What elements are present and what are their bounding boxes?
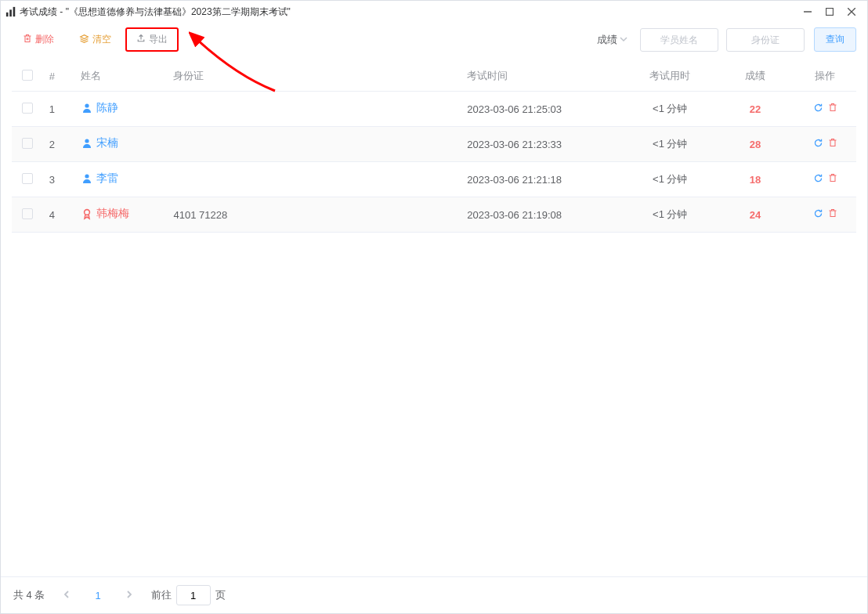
svg-point-9 (85, 174, 89, 178)
col-index: # (43, 61, 74, 92)
award-icon (81, 208, 93, 220)
duration-cell: <1 分钟 (624, 162, 717, 197)
score-cell: 18 (750, 174, 761, 186)
id-cell (167, 92, 461, 127)
col-score: 成绩 (717, 61, 794, 92)
col-duration: 考试用时 (624, 61, 717, 92)
student-name: 宋楠 (96, 136, 118, 150)
total-count: 共 4 条 (13, 588, 45, 602)
svg-rect-4 (826, 9, 834, 16)
row-refresh-button[interactable] (813, 173, 823, 186)
id-cell (167, 127, 461, 162)
time-cell: 2023-03-06 21:21:18 (461, 162, 624, 197)
svg-rect-0 (6, 13, 9, 16)
duration-cell: <1 分钟 (624, 197, 717, 233)
row-delete-button[interactable] (828, 138, 837, 150)
score-cell: 24 (750, 209, 761, 221)
clear-button[interactable]: 清空 (68, 27, 122, 52)
export-icon (136, 34, 146, 45)
toolbar: 删除 清空 导出 成绩 查询 (1, 23, 867, 61)
time-cell: 2023-03-06 21:23:33 (461, 127, 624, 162)
student-name: 韩梅梅 (96, 207, 129, 221)
student-name: 陈静 (96, 101, 118, 115)
titlebar: 考试成绩 - "《思想道德修养与法律基础》2023第二学期期末考试" (1, 1, 867, 23)
delete-label: 删除 (35, 33, 54, 46)
table-header-row: # 姓名 身份证 考试时间 考试用时 成绩 操作 (12, 61, 856, 92)
row-checkbox[interactable] (22, 208, 33, 219)
chart-icon (5, 6, 16, 17)
svg-point-8 (85, 139, 89, 143)
goto-prefix: 前往 (151, 588, 172, 602)
time-cell: 2023-03-06 21:19:08 (461, 197, 624, 233)
export-button[interactable]: 导出 (125, 27, 179, 52)
score-dropdown[interactable]: 成绩 (597, 33, 627, 47)
maximize-button[interactable] (819, 4, 841, 20)
col-ops: 操作 (794, 61, 856, 92)
student-name: 李雷 (96, 172, 118, 186)
next-page-button[interactable] (121, 590, 137, 601)
time-cell: 2023-03-06 21:25:03 (461, 92, 624, 127)
person-icon (81, 172, 93, 185)
col-id: 身份证 (167, 61, 461, 92)
table-row: 1陈静2023-03-06 21:25:03<1 分钟22 (12, 92, 856, 127)
duration-cell: <1 分钟 (624, 127, 717, 162)
layers-icon (79, 34, 89, 46)
minimize-button[interactable] (797, 4, 819, 20)
results-table: # 姓名 身份证 考试时间 考试用时 成绩 操作 1陈静2023-03-06 2… (12, 61, 856, 233)
chevron-down-icon (620, 34, 627, 45)
table-row: 4韩梅梅4101 712282023-03-06 21:19:08<1 分钟24 (12, 197, 856, 233)
table-row: 2宋楠2023-03-06 21:23:33<1 分钟28 (12, 127, 856, 162)
row-checkbox[interactable] (22, 103, 33, 114)
score-cell: 28 (750, 139, 761, 150)
id-cell: 4101 71228 (167, 197, 461, 233)
student-link[interactable]: 宋楠 (81, 136, 118, 150)
row-checkbox[interactable] (22, 173, 33, 184)
score-dropdown-label: 成绩 (597, 33, 617, 47)
row-refresh-button[interactable] (813, 208, 823, 221)
student-link[interactable]: 陈静 (81, 101, 118, 115)
goto-page: 前往 页 (151, 585, 226, 605)
row-index: 3 (43, 162, 74, 197)
row-index: 2 (43, 127, 74, 162)
student-name-input[interactable] (640, 28, 718, 52)
select-all-checkbox[interactable] (22, 70, 33, 81)
query-button[interactable]: 查询 (814, 27, 856, 52)
clear-label: 清空 (92, 33, 111, 46)
prev-page-button[interactable] (59, 590, 74, 601)
results-table-wrap: # 姓名 身份证 考试时间 考试用时 成绩 操作 1陈静2023-03-06 2… (1, 61, 867, 576)
row-refresh-button[interactable] (813, 103, 823, 115)
goto-input[interactable] (176, 585, 211, 605)
score-cell: 22 (750, 103, 761, 115)
goto-suffix: 页 (215, 588, 226, 602)
col-name: 姓名 (74, 61, 168, 92)
row-delete-button[interactable] (828, 208, 837, 221)
person-icon (81, 137, 93, 150)
row-checkbox[interactable] (22, 138, 33, 149)
pagination: 共 4 条 1 前往 页 (1, 576, 867, 613)
row-index: 1 (43, 92, 74, 127)
svg-point-7 (85, 103, 89, 107)
row-refresh-button[interactable] (813, 138, 823, 150)
col-time: 考试时间 (461, 61, 624, 92)
svg-rect-2 (13, 7, 16, 16)
row-delete-button[interactable] (828, 103, 837, 115)
svg-rect-1 (9, 9, 12, 16)
student-link[interactable]: 韩梅梅 (81, 207, 129, 221)
svg-point-10 (84, 210, 89, 215)
id-card-input[interactable] (726, 28, 805, 52)
table-row: 3李雷2023-03-06 21:21:18<1 分钟18 (12, 162, 856, 197)
duration-cell: <1 分钟 (624, 92, 717, 127)
delete-button[interactable]: 删除 (12, 27, 65, 52)
row-delete-button[interactable] (828, 173, 837, 186)
student-link[interactable]: 李雷 (81, 172, 118, 186)
trash-icon (23, 34, 32, 45)
export-label: 导出 (149, 33, 168, 46)
row-index: 4 (43, 197, 74, 233)
window-title: 考试成绩 - "《思想道德修养与法律基础》2023第二学期期末考试" (20, 5, 291, 19)
id-cell (167, 162, 461, 197)
person-icon (81, 102, 93, 114)
close-button[interactable] (841, 4, 863, 20)
page-number[interactable]: 1 (89, 590, 107, 601)
